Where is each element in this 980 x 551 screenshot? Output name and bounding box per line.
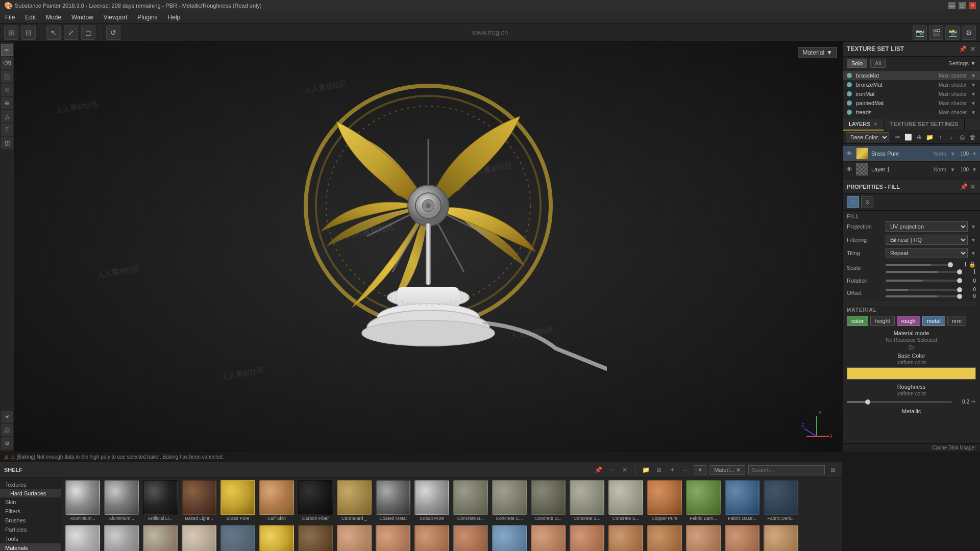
scale-tool-button[interactable]: ⤢	[64, 26, 78, 40]
shelf-item-human-eye[interactable]: Human Eye...	[491, 525, 528, 551]
scale-x-track[interactable]	[886, 264, 950, 266]
layer-add-paint-button[interactable]: ✏	[893, 132, 902, 142]
shelf-item-human-bac[interactable]: Human Bac...	[336, 525, 373, 551]
shelf-grid-button[interactable]: ⊞	[828, 465, 838, 475]
rotate-tool-button[interactable]: ◻	[81, 26, 95, 40]
fill-tool[interactable]: ⬛	[1, 70, 13, 83]
rotation-track[interactable]	[886, 280, 960, 282]
shelf-item-human-fac[interactable]: Human Fac...	[530, 525, 567, 551]
tsl-all-tab[interactable]: All	[870, 59, 886, 68]
base-color-select[interactable]: Base Color	[846, 132, 889, 142]
shelf-cat-filters[interactable]: Filters	[0, 507, 61, 516]
shelf-category-button[interactable]: Materi... ✕	[709, 465, 745, 475]
layer-norm-arrow[interactable]: ▼	[950, 151, 955, 157]
shelf-minimize-button[interactable]: −	[606, 465, 617, 475]
roughness-slider[interactable]	[847, 401, 952, 403]
layer-norm-arrow[interactable]: ▼	[950, 167, 955, 172]
layer-opacity-arrow[interactable]: ▼	[972, 167, 977, 172]
minimize-button[interactable]: —	[948, 2, 955, 9]
channel-color-button[interactable]: color	[847, 316, 868, 326]
shelf-cat-skin[interactable]: Skin	[0, 497, 61, 507]
lock-icon[interactable]: 🔒	[969, 261, 976, 268]
layers-close-button[interactable]: ✕	[873, 121, 877, 127]
clone-tool[interactable]: ⊕	[1, 97, 13, 109]
shelf-item-cobalt[interactable]: Cobalt Pure	[413, 480, 450, 521]
tsl-item-treads[interactable]: treads Main shader ▼	[843, 108, 980, 117]
tsl-shader-arrow-icon[interactable]: ▼	[971, 110, 976, 115]
layer-move-up-button[interactable]: ↑	[936, 132, 945, 142]
shelf-item-fabric-bam[interactable]: Fabric Bam...	[685, 480, 722, 521]
grid-view-button[interactable]: ⊞	[4, 26, 18, 40]
tsl-shader-arrow-icon[interactable]: ▼	[971, 82, 976, 88]
camera-button[interactable]: 📷	[913, 26, 927, 40]
shelf-item-cardboard[interactable]: Cardboard _	[336, 480, 373, 521]
shelf-item-concrete-d[interactable]: Concrete D...	[530, 480, 567, 521]
shelf-back-button[interactable]: ←	[680, 465, 691, 475]
channel-nrm-button[interactable]: nrm	[947, 316, 966, 326]
menu-window[interactable]: Window	[66, 12, 99, 22]
shelf-item-calf[interactable]: Calf Skin	[258, 480, 295, 521]
tsl-item-paintedmat[interactable]: paintedMat Main shader ▼	[843, 98, 980, 108]
layer-move-down-button[interactable]: ↓	[947, 132, 955, 142]
shelf-item-fabric-base[interactable]: Fabric Base...	[724, 480, 761, 521]
shelf-item-artificial[interactable]: Artificial Li...	[142, 480, 179, 521]
material-dropdown[interactable]: Material ▼	[798, 47, 837, 58]
shelf-item-fabric-suit[interactable]: Fabric Suit...	[219, 525, 256, 551]
move-tool-button[interactable]: ↖	[46, 26, 61, 40]
tsl-item-bronzemat[interactable]: bronzeMat Main shader ▼	[843, 80, 980, 89]
menu-edit[interactable]: Edit	[20, 12, 41, 22]
layer-visibility-icon[interactable]: 👁	[846, 166, 853, 173]
tsl-item-ironmat[interactable]: ironMat Main shader ▼	[843, 89, 980, 98]
layer-add-fill-button[interactable]: ⬜	[904, 132, 913, 142]
layer-delete-button[interactable]: 🗑	[968, 132, 977, 142]
pf-uv-tab[interactable]: □	[847, 196, 859, 208]
shelf-item-fabric-soft[interactable]: Fabric Soft...	[181, 525, 217, 551]
menu-plugins[interactable]: Plugins	[132, 12, 162, 22]
shelf-item-brass[interactable]: Brass Pure	[219, 480, 256, 521]
shelf-item-human-leg[interactable]: Human Leg...	[724, 525, 761, 551]
property-tool[interactable]: ⚙	[1, 437, 13, 449]
shelf-item-fabric-deni[interactable]: Fabric Deni...	[763, 480, 799, 521]
shelf-close-button[interactable]: ✕	[620, 465, 630, 475]
tsl-close-button[interactable]: ✕	[970, 45, 976, 53]
shelf-item-coated[interactable]: Coated Metal	[375, 480, 411, 521]
viewport[interactable]: 人人素材社区 人人素材社区 人人素材社区 人人素材社区 人人素材社区 人人素材社…	[14, 42, 842, 452]
shelf-item-human-bu[interactable]: Human Bu...	[413, 525, 450, 551]
tsl-shader-arrow-icon[interactable]: ▼	[971, 91, 976, 97]
shelf-item-ground[interactable]: Ground Gra...	[297, 525, 334, 551]
menu-viewport[interactable]: Viewport	[99, 12, 132, 22]
camera-nav-tool[interactable]: 🎥	[1, 424, 13, 436]
layer-visibility-icon[interactable]: 👁	[846, 150, 853, 157]
close-button[interactable]: ✕	[969, 2, 976, 9]
texture-set-settings-tab[interactable]: TEXTURE SET SETTINGS	[884, 118, 965, 131]
shelf-item-human-fe[interactable]: Human Fe...	[569, 525, 605, 551]
text-tool[interactable]: T	[1, 123, 13, 136]
stencil-tool[interactable]: ◫	[1, 137, 13, 149]
shelf-item-human-fo[interactable]: Human For...	[607, 525, 644, 551]
layer-duplicate-button[interactable]: ⊕	[915, 132, 923, 142]
menu-mode[interactable]: Mode	[41, 12, 66, 22]
shelf-subcat-hard-surfaces[interactable]: Hard Surfaces	[0, 489, 61, 497]
shelf-item-fabric-knit[interactable]: Fabric Knit...	[64, 525, 101, 551]
geometry-tool[interactable]: △	[1, 110, 13, 122]
shelf-item-concrete-s2[interactable]: Concrete S...	[607, 480, 644, 521]
scale-y-track[interactable]	[886, 271, 960, 273]
shelf-item-aluminium2[interactable]: Aluminium...	[103, 480, 140, 521]
tsl-shader-arrow-icon[interactable]: ▼	[971, 101, 976, 106]
shelf-item-baked[interactable]: Baked Light...	[181, 480, 217, 521]
layer-brass-pure[interactable]: 👁 Brass Pure Norm ▼ 100 ▼	[843, 146, 980, 162]
shelf-item-copper[interactable]: Copper Pure	[646, 480, 683, 521]
shelf-search-input[interactable]	[748, 465, 825, 474]
screenshot-button[interactable]: 📸	[945, 26, 960, 40]
layer-group-button[interactable]: 📁	[925, 132, 934, 142]
offset-y-track[interactable]	[886, 295, 960, 297]
base-color-swatch[interactable]	[847, 367, 976, 380]
channel-metal-button[interactable]: metal	[922, 316, 945, 326]
pf-pin-button[interactable]: 📌	[960, 183, 968, 191]
pf-close-button[interactable]: ✕	[970, 183, 976, 191]
shelf-cat-textures[interactable]: Textures	[0, 480, 61, 489]
roughness-edit-icon[interactable]: ✏	[971, 398, 976, 405]
paint-tool[interactable]: ✏	[1, 44, 13, 56]
shelf-item-human-mo[interactable]: Human Mo...	[763, 525, 799, 551]
shelf-item-concrete-b[interactable]: Concrete B...	[452, 480, 489, 521]
